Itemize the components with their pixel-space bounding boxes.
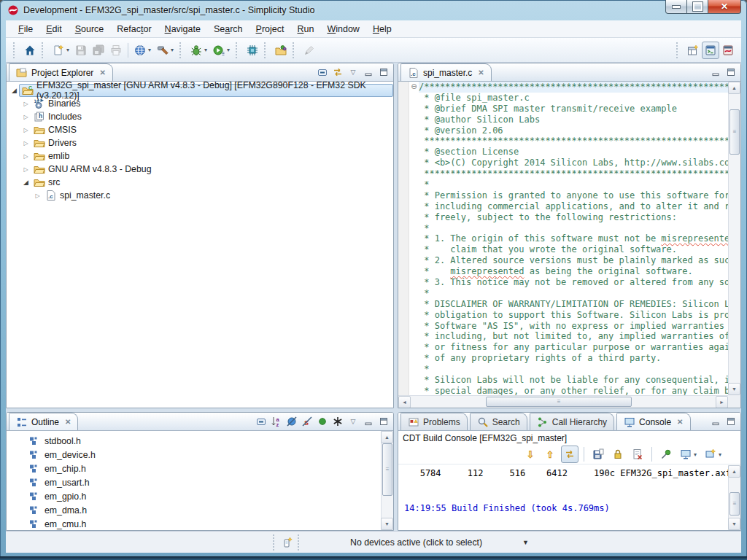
link-with-editor-button[interactable] [331,66,344,78]
hide-inactive-button[interactable] [331,415,344,427]
scrollbar-thumb[interactable]: ≡ [382,443,392,496]
tree-item-content[interactable]: emlib [31,149,72,163]
annotation-ruler[interactable] [398,288,409,299]
annotation-ruler[interactable] [398,223,409,234]
minimize-button[interactable] [709,415,722,427]
tree-item-drivers[interactable]: ▷Drivers [7,136,393,149]
menu-source[interactable]: Source [69,22,111,36]
tree-item-includes[interactable]: ▷hIncludes [7,110,393,123]
scroll-up-icon[interactable]: ▲ [728,465,740,478]
scroll-down-icon[interactable]: ▼ [728,518,740,530]
tree-item-emlib[interactable]: ▷emlib [7,149,393,163]
outline-item-em_dma-h[interactable]: em_dma.h [7,503,393,517]
annotation-ruler[interactable] [398,82,409,93]
code-editor[interactable]: ⊖/**************************************… [398,82,728,395]
web-button[interactable]: ▾ [131,42,154,59]
menu-window[interactable]: Window [320,22,365,36]
tree-item-content[interactable]: hIncludes [31,110,85,123]
outline-item-stdbool-h[interactable]: stdbool.h [7,434,393,448]
run-dropdown-icon[interactable]: ▾ [227,47,230,53]
save-log-button[interactable] [589,446,607,463]
tab-close-icon[interactable]: ✕ [677,418,683,426]
menu-refactor[interactable]: Refactor [110,22,158,36]
titlebar[interactable]: Development - EFM32G_spi_master/src/spi_… [0,0,747,20]
outline-item-em_device-h[interactable]: em_device.h [7,448,393,462]
annotation-ruler[interactable] [398,299,409,310]
clear-console-button[interactable] [629,446,646,463]
annotation-ruler[interactable] [398,321,409,332]
tree-item-src[interactable]: ◢src [7,176,393,189]
chip-button[interactable] [244,42,261,59]
open-perspective-button[interactable] [684,42,702,59]
view-menu-button[interactable]: ▽ [347,66,360,78]
annotation-ruler[interactable] [398,310,409,321]
annotation-ruler[interactable] [398,147,409,158]
development-perspective-button[interactable] [702,42,719,59]
scroll-up-icon[interactable]: ▲ [381,431,393,443]
hide-non-public-button[interactable] [316,415,329,427]
scroll-down-icon[interactable]: ▼ [728,383,740,395]
tab-console[interactable]: Console✕ [616,413,690,430]
home-button[interactable] [21,42,39,59]
window-maximize-button[interactable] [687,0,708,14]
tab-close-icon[interactable]: ✕ [478,69,484,77]
menu-help[interactable]: Help [366,22,398,36]
minimize-button[interactable] [362,66,375,78]
annotation-ruler[interactable] [398,255,409,266]
maximize-button[interactable] [724,66,738,78]
open-console-dropdown-icon[interactable]: ▾ [719,451,721,458]
new-wizard-button[interactable]: ▾ [50,42,72,59]
outline-item-em_usart-h[interactable]: em_usart.h [7,475,393,489]
scrollbar-thumb[interactable]: ≡ [729,109,740,155]
pin-console-button[interactable] [657,446,675,463]
display-console-dropdown-icon[interactable]: ▾ [694,451,697,458]
minimize-button[interactable] [709,66,722,78]
scroll-down-icon[interactable]: ▼ [381,518,393,530]
editor-horizontal-scrollbar[interactable]: ◄ ≡ ► [398,395,728,408]
tree-collapse-icon[interactable]: ◢ [21,179,31,186]
annotation-ruler[interactable] [398,375,409,386]
open-console-button[interactable]: ▾ [702,446,724,463]
annotation-ruler[interactable] [398,114,409,125]
debug-dropdown-icon[interactable]: ▾ [204,47,207,53]
vertical-sash[interactable] [394,63,398,531]
tab-project-explorer[interactable]: Project Explorer ✕ [9,63,113,81]
tree-item-efm32g_spi_master[interactable]: ◢CEFM32G_spi_master [GNU ARM v4.8.3 - De… [7,84,393,97]
save-all-button[interactable] [90,42,107,59]
arrow-up-button[interactable]: ⇧ [541,446,559,463]
minimize-button[interactable] [362,415,375,427]
tree-expand-icon[interactable]: ▷ [21,114,31,120]
maximize-button[interactable] [724,415,738,427]
console-output[interactable]: 5784 112 516 6412 190c EFM32G_spi_master… [398,464,740,517]
tab-call-hierarchy[interactable]: Call Hierarchy [530,413,614,430]
annotation-ruler[interactable] [398,342,409,353]
run-button[interactable]: ▾ [210,42,233,59]
device-selector-dropdown-icon[interactable]: ▼ [522,539,529,546]
tree-item-content[interactable]: src [31,176,63,189]
scroll-lock-button[interactable] [609,446,627,463]
tree-item-cmsis[interactable]: ▷CMSIS [7,123,393,136]
connect-device-icon[interactable] [282,537,293,548]
window-minimize-button[interactable] [665,0,687,14]
debug-button[interactable]: ▾ [187,42,210,59]
outline-item-em_cmu-h[interactable]: em_cmu.h [7,517,393,531]
horizontal-sash[interactable] [6,408,741,412]
annotation-ruler[interactable] [398,364,409,375]
tree-expand-icon[interactable]: ▷ [33,192,42,199]
tree-item-content[interactable]: Drivers [31,136,80,149]
scroll-right-icon[interactable]: ► [716,396,728,408]
tree-item-spi_master.c[interactable]: ▷.cspi_master.c [7,189,393,202]
web-dropdown-icon[interactable]: ▾ [148,47,151,53]
scroll-up-icon[interactable]: ▲ [728,82,740,94]
marker-button[interactable] [301,42,318,59]
tree-collapse-icon[interactable]: ◢ [9,87,19,94]
menu-search[interactable]: Search [207,22,249,36]
outline-item-em_chip-h[interactable]: em_chip.h [7,462,393,475]
tree-expand-icon[interactable]: ▷ [21,166,31,173]
print-button[interactable] [107,42,125,59]
view-menu-button[interactable]: ▽ [347,415,360,427]
annotation-ruler[interactable] [398,266,409,277]
tree-expand-icon[interactable]: ▷ [21,101,31,107]
sort-button[interactable]: az [270,415,283,427]
annotation-ruler[interactable] [398,136,409,147]
